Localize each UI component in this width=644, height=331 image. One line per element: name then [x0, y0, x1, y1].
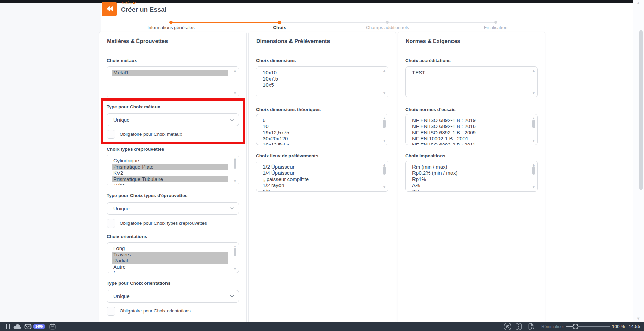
scroll-up-icon[interactable]: ▲ — [636, 1, 640, 5]
list-item[interactable]: A% — [411, 182, 527, 188]
scroll-down-icon[interactable]: ▼ — [233, 180, 237, 183]
list-item[interactable]: Z% — [411, 188, 527, 192]
scroll-up-icon[interactable]: ▲ — [383, 69, 386, 72]
list-item[interactable]: 10x7,5 — [261, 76, 378, 82]
scroll-up-icon[interactable]: ▲ — [233, 69, 237, 72]
back-button[interactable] — [102, 2, 117, 16]
select-value: Unique — [113, 290, 130, 302]
step-label-choix[interactable]: Choix — [273, 25, 286, 30]
reset-button[interactable]: Réinitialiser — [541, 322, 564, 331]
list-item[interactable]: 6 — [261, 117, 378, 123]
field-label-type-choix-types-eprouvettes: Type pour Choix types d'éprouvettes — [107, 193, 187, 198]
page-scrollbar[interactable]: ▲ ▼ — [633, 0, 644, 322]
select-type-choix-orientations[interactable]: Unique — [107, 290, 239, 303]
list-item[interactable]: 19x12,5xLc — [261, 142, 378, 145]
list-item[interactable]: Travers — [112, 252, 228, 258]
scrollbar-thumb[interactable] — [234, 160, 236, 169]
mail-icon[interactable] — [24, 324, 32, 331]
scroll-down-icon[interactable]: ▼ — [233, 267, 237, 271]
list-item[interactable]: 1/2 Úpaisseur — [261, 164, 378, 170]
list-item[interactable]: 1/2 rayon — [261, 182, 378, 188]
scrollbar-thumb[interactable] — [532, 120, 535, 128]
scrollbar-thumb[interactable] — [383, 120, 386, 128]
list-item[interactable]: 30x20x120 — [261, 136, 378, 142]
list-item[interactable]: Prismatique Tubulaire — [112, 176, 228, 182]
select-type-choix-types-eprouvettes[interactable]: Unique — [107, 202, 239, 215]
step-dot-finalisation[interactable] — [494, 21, 497, 24]
list-item[interactable]: Métal1 — [112, 70, 228, 76]
checkbox-label: Obligatoire pour Choix orientations — [120, 307, 191, 316]
list-item[interactable]: NF EN ISO 6892-1 B : 2009 — [411, 130, 527, 136]
step-label-finalisation[interactable]: Finalisation — [484, 25, 507, 30]
scroll-down-icon[interactable]: ▼ — [636, 317, 640, 320]
listbox-choix-dimensions-theoriques[interactable]: 6 10 19x12,5x75 30x20x120 19x12,5xLc ▲ ▼ — [256, 114, 388, 145]
scrollbar-thumb[interactable] — [639, 30, 643, 190]
cloud-icon[interactable] — [13, 324, 21, 331]
field-label-choix-dimensions: Choix dimensions — [256, 58, 296, 63]
list-item[interactable]: 1/4 Úpaisseur — [261, 170, 378, 176]
step-dot-informations-generales[interactable] — [169, 21, 173, 24]
card-normes-exigences: Normes & Exigences Choix accréditations … — [398, 32, 545, 323]
listbox-choix-impositions[interactable]: Rm (min / max) Rp0,2% (min / max) Rp1% A… — [405, 161, 538, 192]
list-item[interactable]: TEST — [411, 70, 527, 76]
card-title: Dimensions & Prélèvements — [249, 32, 396, 51]
split-view-icon[interactable] — [515, 323, 522, 331]
checkbox-obligatoire-orientations[interactable] — [107, 307, 115, 316]
field-label-choix-impositions: Choix impositions — [405, 153, 445, 158]
list-item[interactable]: Cylindrique — [112, 158, 228, 164]
checkbox-obligatoire-types-eprouvettes[interactable] — [107, 219, 115, 228]
scrollbar-thumb[interactable] — [383, 166, 386, 175]
scrollbar-thumb[interactable] — [532, 166, 535, 175]
listbox-choix-types-eprouvettes[interactable]: Cylindrique Prismatique Plate KV2 Prisma… — [107, 155, 239, 185]
notification-badge: 1495 — [33, 324, 45, 329]
step-dot-champs-additionnels[interactable] — [386, 21, 389, 24]
screenshot-focus-icon[interactable] — [504, 323, 511, 331]
list-item[interactable]: 1/3 rayon — [261, 188, 378, 192]
listbox-choix-orientations[interactable]: Long Travers Radial Autre / ▲ ▼ — [107, 242, 239, 273]
list-item[interactable]: Rm (min / max) — [411, 164, 527, 170]
list-item[interactable]: Tube — [112, 182, 228, 185]
list-item[interactable]: Autre — [112, 264, 228, 270]
scroll-down-icon[interactable]: ▼ — [383, 186, 386, 189]
scroll-down-icon[interactable]: ▼ — [532, 139, 535, 143]
list-item[interactable]: 10x10 — [261, 70, 378, 76]
list-item[interactable]: KV2 — [112, 170, 228, 176]
list-item[interactable]: Rp1% — [411, 176, 527, 182]
zoom-slider-knob[interactable] — [573, 324, 578, 329]
list-item[interactable]: Radial — [112, 258, 228, 264]
scroll-down-icon[interactable]: ▼ — [383, 91, 386, 95]
calendar-icon[interactable] — [49, 323, 56, 331]
scroll-down-icon[interactable]: ▼ — [532, 186, 535, 189]
step-dot-choix[interactable] — [278, 21, 281, 24]
list-item[interactable]: NF EN ISO 6892-2 B : 2011 — [411, 142, 527, 145]
list-item[interactable]: ╔paisseur complÞte — [261, 176, 378, 182]
checkbox-label: Obligatoire pour Choix types d'éprouvett… — [120, 219, 207, 228]
listbox-choix-dimensions[interactable]: 10x10 10x7,5 10x5 ▲ ▼ — [256, 66, 388, 97]
card-title: Normes & Exigences — [398, 32, 545, 51]
listbox-choix-normes-essais[interactable]: NF EN ISO 6892-1 B : 2019 NF EN ISO 6892… — [405, 114, 538, 145]
list-item[interactable]: 10x5 — [261, 82, 378, 88]
listbox-choix-accreditations[interactable]: TEST ▲ ▼ — [405, 66, 538, 97]
list-item[interactable]: Rp0,2% (min / max) — [411, 170, 527, 176]
list-item[interactable]: NF EN ISO 6892-1 B : 2016 — [411, 123, 527, 130]
scroll-down-icon[interactable]: ▼ — [383, 139, 386, 143]
page-eyebrow: CRÉER — [122, 1, 136, 5]
field-label-choix-orientations: Choix orientations — [107, 234, 147, 239]
scroll-up-icon[interactable]: ▲ — [532, 69, 535, 72]
listbox-choix-lieux-prelevements[interactable]: 1/2 Úpaisseur 1/4 Úpaisseur ╔paisseur co… — [256, 161, 388, 192]
list-item[interactable]: NF EN 10002-1 B : 2001 — [411, 136, 527, 142]
scroll-down-icon[interactable]: ▼ — [233, 91, 237, 95]
code-document-icon[interactable] — [528, 323, 534, 331]
listbox-choix-metaux[interactable]: Métal1 ▲ ▼ — [107, 66, 239, 97]
list-item[interactable]: 19x12,5x75 — [261, 130, 378, 136]
step-label-informations-generales[interactable]: Informations générales — [147, 25, 194, 30]
list-item[interactable]: NF EN ISO 6892-1 B : 2019 — [411, 117, 527, 123]
scrollbar-thumb[interactable] — [234, 248, 236, 256]
list-item[interactable]: Long — [112, 245, 228, 252]
list-item[interactable]: / — [112, 270, 228, 273]
pause-icon[interactable] — [5, 324, 10, 331]
list-item[interactable]: 10 — [261, 123, 378, 130]
list-item[interactable]: Prismatique Plate — [112, 164, 228, 170]
step-label-champs-additionnels[interactable]: Champs additionnels — [366, 25, 409, 30]
scroll-down-icon[interactable]: ▼ — [532, 91, 535, 95]
